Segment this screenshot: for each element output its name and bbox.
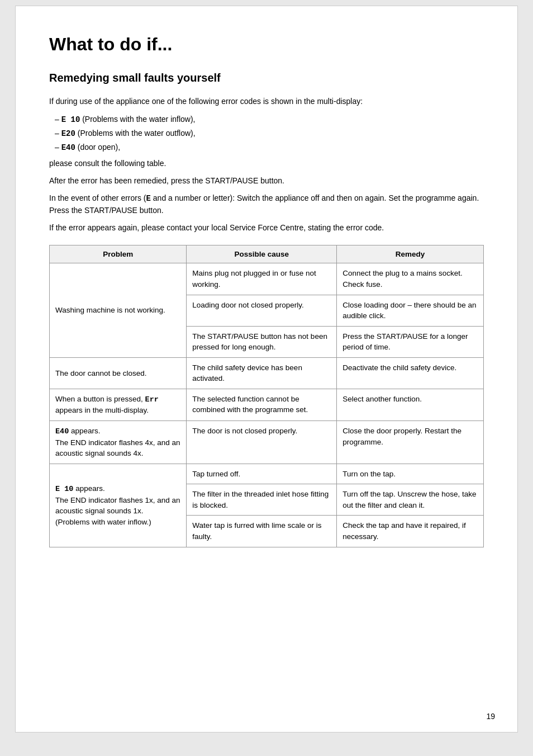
remedy-cell: Select another function.	[337, 389, 484, 420]
error-code-e10-text: (Problems with the water inflow),	[80, 115, 195, 124]
cause-cell: The door is not closed properly.	[187, 421, 337, 464]
table-row: The door cannot be closed.The child safe…	[50, 357, 484, 389]
remedy-cell: Turn off the tap. Unscrew the hose, take…	[337, 484, 484, 516]
problem-cell: The door cannot be closed.	[50, 357, 187, 389]
problem-cell: E40 appears.The END indicator flashes 4x…	[50, 421, 187, 464]
section-subtitle: Remedying small faults yourself	[49, 72, 484, 84]
page: What to do if... Remedying small faults …	[15, 6, 518, 733]
intro-line4-e: E	[146, 194, 151, 203]
col-header-cause: Possible cause	[187, 245, 337, 263]
error-code-e40-line: – E40 (door open),	[55, 141, 484, 155]
intro-line4-part1: In the event of other errors (	[49, 193, 146, 202]
error-code-e40: E40	[61, 143, 75, 152]
remedy-cell: Deactivate the child safety device.	[337, 357, 484, 389]
error-code-e20-line: – E20 (Problems with the water outflow),	[55, 127, 484, 141]
error-code-e20-text: (Problems with the water outflow),	[75, 129, 196, 138]
col-header-remedy: Remedy	[337, 245, 484, 263]
intro-line2: please consult the following table.	[49, 158, 484, 169]
problem-cell: When a button is pressed, Err appears in…	[50, 389, 187, 420]
intro-line1: If during use of the appliance one of th…	[49, 96, 484, 107]
cause-cell: Water tap is furred with lime scale or i…	[187, 516, 337, 547]
fault-table: Problem Possible cause Remedy Washing ma…	[49, 245, 484, 547]
page-title: What to do if...	[49, 34, 484, 55]
problem-cell: Washing machine is not working.	[50, 263, 187, 357]
remedy-cell: Press the START/PAUSE for a longer perio…	[337, 326, 484, 357]
error-code-e40-prefix: –	[55, 143, 61, 152]
intro-line3: After the error has been remedied, press…	[49, 175, 484, 187]
remedy-cell: Turn on the tap.	[337, 464, 484, 484]
cause-cell: The START/PAUSE button has not been pres…	[187, 326, 337, 357]
remedy-cell: Close the door properly. Restart the pro…	[337, 421, 484, 464]
problem-cell: E 10 appears.The END indicator flashes 1…	[50, 464, 187, 547]
error-codes-list: – E 10 (Problems with the water inflow),…	[55, 113, 484, 154]
table-row: E 10 appears.The END indicator flashes 1…	[50, 464, 484, 484]
intro-line5: If the error appears again, please conta…	[49, 222, 484, 234]
col-header-problem: Problem	[50, 245, 187, 263]
page-number: 19	[486, 712, 495, 721]
error-code-e20-prefix: –	[55, 129, 61, 138]
cause-cell: Tap turned off.	[187, 464, 337, 484]
remedy-cell: Check the tap and have it repaired, if n…	[337, 516, 484, 547]
cause-cell: The selected function cannot be combined…	[187, 389, 337, 420]
error-code-e10: E 10	[61, 115, 80, 124]
cause-cell: Loading door not closed properly.	[187, 295, 337, 326]
error-code-e40-text: (door open),	[75, 143, 120, 152]
remedy-cell: Close loading door – there should be an …	[337, 295, 484, 326]
error-code-e10-line: – E 10 (Problems with the water inflow),	[55, 113, 484, 127]
error-code-e10-prefix: –	[55, 115, 61, 124]
table-row: Washing machine is not working.Mains plu…	[50, 263, 484, 295]
table-row: When a button is pressed, Err appears in…	[50, 389, 484, 420]
intro-line4: In the event of other errors (E and a nu…	[49, 192, 484, 216]
error-code-e20: E20	[61, 129, 75, 138]
cause-cell: The child safety device has been activat…	[187, 357, 337, 389]
table-header-row: Problem Possible cause Remedy	[50, 245, 484, 263]
cause-cell: Mains plug not plugged in or fuse not wo…	[187, 263, 337, 295]
table-row: E40 appears.The END indicator flashes 4x…	[50, 421, 484, 464]
remedy-cell: Connect the plug to a mains socket. Chec…	[337, 263, 484, 295]
cause-cell: The filter in the threaded inlet hose fi…	[187, 484, 337, 516]
